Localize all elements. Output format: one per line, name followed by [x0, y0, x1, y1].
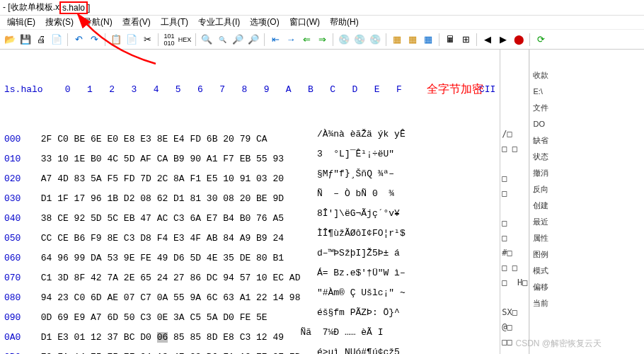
menu-tools[interactable]: 工具(T)	[156, 16, 192, 29]
hex-column-header: ls.halo 0 1 2 3 4 5 6 7 8 9 A B C D E F …	[4, 82, 495, 97]
hex-pane[interactable]: ls.halo 0 1 2 3 4 5 6 7 8 9 A B C D E F …	[0, 50, 500, 354]
save-icon[interactable]: 💾	[18, 33, 33, 47]
hex-row[interactable]: 090 0D 69 E9 A7 6D 50 C3 0E 3A C5 5A D0 …	[4, 305, 495, 325]
undo-icon[interactable]: ↶	[71, 33, 86, 47]
hex-row[interactable]: 080 94 23 C0 6D AE 07 C7 0A 55 9A 6C 63 …	[4, 285, 495, 305]
hex-row[interactable]: 070 C1 3D 8F 42 7A 2E 65 24 27 86 DC 94 …	[4, 266, 495, 285]
panel-item[interactable]: 缺省	[531, 132, 643, 149]
disk3-icon[interactable]: 💿	[368, 33, 382, 47]
find-next-icon[interactable]: 🔎	[231, 33, 245, 47]
redo-icon[interactable]: ↷	[87, 33, 101, 47]
find-prev-icon[interactable]: 🔎	[246, 33, 260, 47]
side-cell: □	[502, 186, 527, 201]
title-bar: - [收款单模板.x s.halo ]	[0, 0, 644, 16]
block-icon[interactable]: ▦	[390, 33, 404, 47]
menu-window[interactable]: 窗口(W)	[285, 16, 324, 29]
block2-icon[interactable]: ▦	[406, 33, 420, 47]
side-cell: □	[502, 171, 527, 186]
separator	[105, 33, 105, 46]
find-hex-icon[interactable]: 🔍	[215, 33, 229, 47]
side-cell	[502, 290, 527, 305]
toolbar: 📂 💾 🖨 📄 ↶ ↷ 📋 📄 ✂ 101010 HEX 🔍 🔍 🔎 🔎 ⇤ →…	[0, 30, 644, 50]
side-cell: □	[502, 216, 527, 231]
panel-item[interactable]: 图例	[531, 246, 643, 263]
hex-row[interactable]: 060 64 96 99 DA 53 9E FE 49 D6 5D 4E 35 …	[4, 246, 495, 266]
nav-right-icon[interactable]: ▶	[496, 33, 510, 47]
menu-options[interactable]: 选项(O)	[246, 16, 283, 29]
menu-search[interactable]: 搜索(S)	[41, 16, 78, 29]
panel-item[interactable]: 创建	[531, 198, 643, 214]
goto-first-icon[interactable]: ⇤	[268, 33, 282, 47]
right-panel: 收款E:\文件DO缺省状态撤消反向创建最近属性图例模式偏移当前	[529, 50, 644, 354]
hex-row[interactable]: 0A0 D1 E3 01 12 37 BC D0 06 85 85 8D E8 …	[4, 325, 495, 345]
stop-icon[interactable]: ⬤	[512, 33, 526, 47]
copy-icon[interactable]: 📋	[109, 33, 123, 47]
title-prefix: - [收款单模板.x	[3, 1, 59, 13]
block3-icon[interactable]: ▦	[421, 33, 435, 47]
separator	[439, 33, 439, 46]
panel-item[interactable]: 属性	[531, 230, 643, 246]
side-cell: □ □	[502, 142, 527, 156]
separator	[264, 33, 265, 46]
hex-row[interactable]: 020 A7 4D 83 5A F5 FD 7D 2C 8A F1 E5 10 …	[4, 166, 495, 186]
paste-icon[interactable]: 📄	[125, 33, 139, 47]
disk-icon[interactable]: 💿	[337, 33, 351, 47]
hex-icon[interactable]: 101010	[162, 33, 176, 47]
panel-item[interactable]: E:\	[531, 84, 643, 100]
title-suffix: ]	[88, 3, 90, 13]
separator	[476, 33, 477, 46]
separator	[333, 33, 333, 46]
hex-row[interactable]: 0B0 E9 FA 14 E5 75 EF 04 A3 4E 23 B6 FA …	[4, 345, 495, 354]
menu-view[interactable]: 查看(V)	[118, 16, 155, 29]
disk2-icon[interactable]: 💿	[352, 33, 367, 47]
menu-edit[interactable]: 编辑(E)	[3, 16, 40, 29]
main-area: ls.halo 0 1 2 3 4 5 6 7 8 9 A B C D E F …	[0, 50, 644, 354]
separator	[529, 33, 530, 46]
find-icon[interactable]: 🔍	[200, 33, 214, 47]
properties-icon[interactable]: 📄	[50, 33, 64, 47]
panel-item[interactable]: 收款	[531, 67, 643, 84]
panel-item[interactable]: 状态	[531, 149, 643, 165]
grid-icon[interactable]: ⊞	[459, 33, 473, 47]
side-cell: □	[502, 231, 527, 246]
hex-row[interactable]: 000 2F C0 BE 6E E0 E8 E3 8E E4 FD 6B 20 …	[4, 127, 495, 147]
menu-help[interactable]: 帮助(H)	[326, 16, 363, 29]
hex-row[interactable]: 010 33 10 1E B0 4C 5D AF CA B9 90 A1 F7 …	[4, 147, 495, 166]
title-filename-highlight: s.halo	[59, 1, 88, 14]
refresh-icon[interactable]: ⟳	[534, 33, 548, 47]
hex2-icon[interactable]: HEX	[178, 33, 192, 47]
side-cell	[502, 201, 527, 216]
side-cell: SX□	[502, 305, 527, 320]
open-icon[interactable]: 📂	[3, 33, 17, 47]
side-cell: @□	[502, 320, 527, 335]
panel-item[interactable]: 偏移	[531, 279, 643, 295]
side-cell: /□	[502, 127, 527, 142]
goto-icon[interactable]: →	[284, 33, 298, 47]
side-cell: #□	[502, 246, 527, 261]
menu-nav[interactable]: 导航(N)	[79, 16, 117, 29]
separator	[158, 33, 159, 46]
menu-protools[interactable]: 专业工具(I)	[194, 16, 244, 29]
cut-icon[interactable]: ✂	[140, 33, 154, 47]
side-cell: □ H□	[502, 275, 527, 290]
panel-item[interactable]: 反向	[531, 181, 643, 198]
panel-item[interactable]: DO	[531, 116, 643, 132]
side-cell	[502, 350, 527, 354]
panel-item[interactable]: 文件	[531, 100, 643, 116]
hex-row[interactable]: 050 CC CE B6 F9 8E C3 D8 F4 E3 4F AB 84 …	[4, 226, 495, 246]
nav-left-icon[interactable]: ◀	[481, 33, 495, 47]
calc-icon[interactable]: 🖩	[443, 33, 457, 47]
panel-item[interactable]: 当前	[531, 295, 643, 312]
panel-item[interactable]: 最近	[531, 214, 643, 230]
panel-item[interactable]: 撤消	[531, 165, 643, 181]
side-cell	[502, 156, 527, 171]
separator	[195, 33, 196, 46]
forward-icon[interactable]: ⇒	[315, 33, 329, 47]
hex-row[interactable]: 040 38 CE 92 5D 5C EB 47 AC C3 6A E7 B4 …	[4, 206, 495, 226]
panel-item[interactable]: 模式	[531, 263, 643, 279]
side-cell: □□	[502, 335, 527, 350]
hex-row[interactable]: 030 D1 1F 17 96 1B D2 08 62 D1 81 30 08 …	[4, 186, 495, 206]
separator	[67, 33, 68, 46]
print-icon[interactable]: 🖨	[34, 33, 48, 47]
back-icon[interactable]: ⇐	[299, 33, 314, 47]
